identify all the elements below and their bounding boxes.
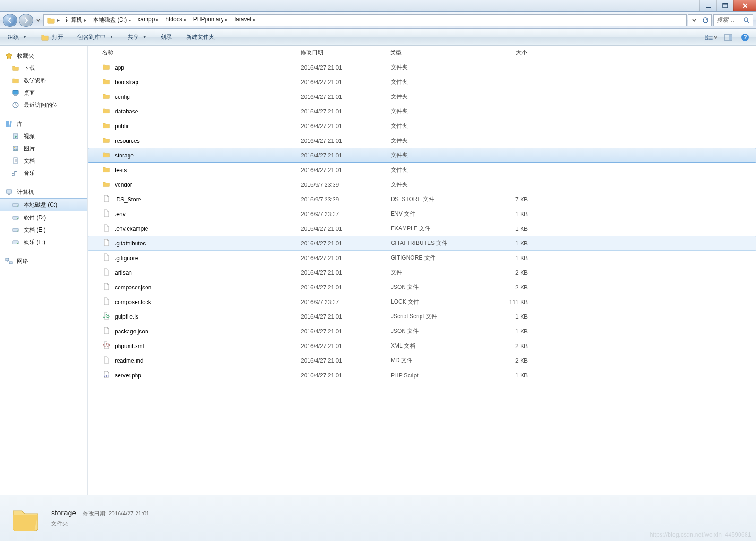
sidebar-item[interactable]: 图片 xyxy=(0,142,87,155)
file-name: vendor xyxy=(115,182,132,188)
sidebar-item[interactable]: 文档 (E:) xyxy=(0,224,87,236)
back-button[interactable] xyxy=(3,14,17,27)
help-button[interactable]: ? xyxy=(739,32,751,43)
search-input[interactable]: 搜索 ... xyxy=(713,14,753,26)
star-icon xyxy=(5,52,13,60)
breadcrumb-segment[interactable]: laravel▸ xyxy=(231,16,258,23)
file-row[interactable]: .gitattributes2016/4/27 21:01GITATTRIBUT… xyxy=(88,236,756,251)
file-size: 2 KB xyxy=(481,358,538,364)
file-row[interactable]: database2016/4/27 21:01文件夹 xyxy=(88,104,756,119)
folder-icon[interactable]: ▸ xyxy=(44,15,61,26)
maximize-button[interactable] xyxy=(716,0,733,11)
refresh-button[interactable] xyxy=(700,15,711,26)
sidebar-item[interactable]: 娱乐 (F:) xyxy=(0,236,87,248)
breadcrumb-segment[interactable]: 计算机▸ xyxy=(61,16,89,24)
file-row[interactable]: composer.lock2016/9/7 23:37LOCK 文件111 KB xyxy=(88,295,756,309)
history-dropdown[interactable] xyxy=(35,18,42,22)
sidebar-item[interactable]: 文档 xyxy=(0,155,87,167)
sidebar-item-icon xyxy=(11,64,20,72)
file-row[interactable]: artisan2016/4/27 21:01文件2 KB xyxy=(88,265,756,280)
file-size: 7 KB xyxy=(481,196,538,203)
sidebar-favorites-header[interactable]: 收藏夹 xyxy=(0,50,87,62)
details-date: 2016/4/27 21:01 xyxy=(108,510,149,517)
file-row[interactable]: .env.example2016/4/27 21:01EXAMPLE 文件1 K… xyxy=(88,221,756,236)
sidebar-item[interactable]: 音乐 xyxy=(0,167,87,179)
file-date: 2016/4/27 21:01 xyxy=(297,358,387,364)
file-row[interactable]: resources2016/4/27 21:01文件夹 xyxy=(88,133,756,148)
file-row[interactable]: composer.json2016/4/27 21:01JSON 文件2 KB xyxy=(88,280,756,295)
sidebar-item[interactable]: 视频 xyxy=(0,130,87,142)
close-button[interactable] xyxy=(733,0,756,11)
file-type: GITATTRIBUTES 文件 xyxy=(387,239,481,247)
new-folder-button[interactable]: 新建文件夹 xyxy=(183,32,217,43)
file-row[interactable]: readme.md2016/4/27 21:01MD 文件2 KB xyxy=(88,353,756,368)
file-icon xyxy=(103,224,110,233)
file-type: JSON 文件 xyxy=(387,327,481,335)
file-row[interactable]: </>phpunit.xml2016/4/27 21:01XML 文档2 KB xyxy=(88,339,756,353)
sidebar-item[interactable]: 教学资料 xyxy=(0,74,87,87)
col-size[interactable]: 大小 xyxy=(481,49,538,57)
file-row[interactable]: .env2016/9/7 23:37ENV 文件1 KB xyxy=(88,207,756,221)
file-row[interactable]: .gitignore2016/4/27 21:01GITIGNORE 文件1 K… xyxy=(88,251,756,265)
file-row[interactable]: package.json2016/4/27 21:01JSON 文件1 KB xyxy=(88,324,756,339)
file-row[interactable]: storage2016/4/27 21:01文件夹 xyxy=(88,148,756,163)
file-type: EXAMPLE 文件 xyxy=(387,225,481,233)
file-row[interactable]: public2016/4/27 21:01文件夹 xyxy=(88,119,756,133)
file-row[interactable]: vendor2016/9/7 23:39文件夹 xyxy=(88,177,756,192)
breadcrumb-segment[interactable]: PHPprimary▸ xyxy=(189,16,231,23)
sidebar-libraries-header[interactable]: 库 xyxy=(0,118,87,130)
file-date: 2016/4/27 21:01 xyxy=(297,255,387,262)
open-button[interactable]: 打开 xyxy=(38,32,66,43)
sidebar-item[interactable]: 软件 (D:) xyxy=(0,211,87,224)
share-button[interactable]: 共享▼ xyxy=(125,32,149,43)
file-type: 文件夹 xyxy=(387,63,481,71)
file-row[interactable]: JSgulpfile.js2016/4/27 21:01JScript Scri… xyxy=(88,309,756,324)
file-type: JSON 文件 xyxy=(387,283,481,291)
sidebar-network-header[interactable]: 网络 xyxy=(0,255,87,267)
sidebar-item[interactable]: 下载 xyxy=(0,62,87,74)
file-date: 2016/4/27 21:01 xyxy=(297,240,387,247)
preview-pane-button[interactable] xyxy=(722,32,734,43)
sidebar-item-icon xyxy=(11,238,20,246)
col-date[interactable]: 修改日期 xyxy=(297,49,387,57)
sidebar-item-icon xyxy=(11,213,20,222)
details-date-label: 修改日期: xyxy=(83,510,107,517)
forward-button[interactable] xyxy=(19,14,33,27)
svg-rect-14 xyxy=(8,121,9,127)
file-name: resources xyxy=(115,138,140,144)
svg-point-3 xyxy=(744,18,748,22)
svg-rect-19 xyxy=(14,158,17,164)
sidebar-item-icon xyxy=(11,226,20,234)
breadcrumb-segment[interactable]: xampp▸ xyxy=(134,16,162,23)
file-size: 1 KB xyxy=(481,240,538,247)
sidebar-item[interactable]: 桌面 xyxy=(0,87,87,99)
burn-button[interactable]: 刻录 xyxy=(158,32,175,43)
file-icon: </> xyxy=(103,341,110,350)
breadcrumb-bar[interactable]: ▸ 计算机▸本地磁盘 (C:)▸xampp▸htdocs▸PHPprimary▸… xyxy=(43,14,687,26)
file-row[interactable]: .DS_Store2016/9/7 23:39DS_STORE 文件7 KB xyxy=(88,192,756,207)
breadcrumb-segment[interactable]: htdocs▸ xyxy=(162,16,189,23)
organize-button[interactable]: 组织▼ xyxy=(5,32,29,43)
breadcrumb-segment[interactable]: 本地磁盘 (C:)▸ xyxy=(89,16,134,24)
minimize-button[interactable] xyxy=(699,0,716,11)
svg-point-27 xyxy=(17,231,18,232)
file-icon xyxy=(103,63,110,72)
file-row[interactable]: phpserver.php2016/4/27 21:01PHP Script1 … xyxy=(88,368,756,383)
sidebar-item[interactable]: 本地磁盘 (C:) xyxy=(0,198,87,211)
file-row[interactable]: config2016/4/27 21:01文件夹 xyxy=(88,89,756,104)
include-button[interactable]: 包含到库中▼ xyxy=(75,32,116,43)
file-date: 2016/4/27 21:01 xyxy=(297,328,387,335)
col-type[interactable]: 类型 xyxy=(387,49,481,57)
sidebar-computer-header[interactable]: 计算机 xyxy=(0,186,87,198)
file-row[interactable]: bootstrap2016/4/27 21:01文件夹 xyxy=(88,75,756,89)
file-type: 文件夹 xyxy=(387,107,481,115)
col-name[interactable]: 名称 xyxy=(98,49,297,57)
file-row[interactable]: app2016/4/27 21:01文件夹 xyxy=(88,60,756,75)
file-row[interactable]: tests2016/4/27 21:01文件夹 xyxy=(88,163,756,177)
search-placeholder: 搜索 ... xyxy=(717,16,741,24)
file-date: 2016/4/27 21:01 xyxy=(297,123,387,130)
file-icon xyxy=(103,297,110,306)
breadcrumb-dropdown[interactable] xyxy=(688,15,700,26)
view-options-button[interactable] xyxy=(705,32,717,43)
sidebar-item[interactable]: 最近访问的位 xyxy=(0,99,87,111)
